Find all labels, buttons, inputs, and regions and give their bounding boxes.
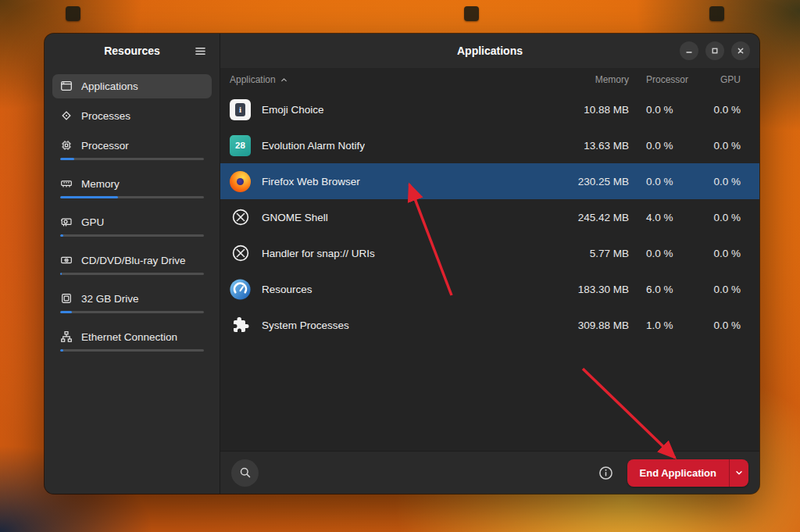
ethernet-icon <box>60 330 73 343</box>
app-name: System Processes <box>262 320 349 331</box>
sidebar-item-cd-dvd-drive[interactable]: CD/DVD/Blu-ray Drive <box>52 248 212 281</box>
sidebar-list: Applications Processes Processor <box>45 68 220 364</box>
sidebar-item-gpu[interactable]: GPU <box>52 210 212 243</box>
drive-usage-bar <box>60 311 204 313</box>
search-button[interactable] <box>231 459 259 487</box>
processor-value: 6.0 % <box>629 284 686 295</box>
gpu-value: 0.0 % <box>686 104 741 116</box>
memory-value: 5.77 MB <box>543 248 629 259</box>
emoji-choice-icon: i <box>230 99 251 120</box>
table-row-emoji-choice[interactable]: i Emoji Choice 10.88 MB 0.0 % 0.0 % <box>220 91 759 127</box>
system-processes-icon <box>230 315 251 336</box>
end-application-split-button: End Application <box>627 459 748 487</box>
desktop-icon[interactable] <box>464 6 479 21</box>
information-button[interactable] <box>593 459 620 486</box>
sidebar-item-memory[interactable]: Memory <box>52 172 212 205</box>
processor-usage-bar <box>60 158 204 160</box>
firefox-icon <box>230 171 251 192</box>
gpu-value: 0.0 % <box>686 212 741 223</box>
sidebar: Resources Applications Processes <box>45 34 220 494</box>
gpu-icon <box>60 216 73 228</box>
minimize-button[interactable] <box>680 41 698 60</box>
sidebar-title: Resources <box>104 45 160 57</box>
applications-list: i Emoji Choice 10.88 MB 0.0 % 0.0 % 28 E… <box>220 91 759 451</box>
maximize-icon <box>711 47 719 55</box>
sidebar-item-label: Ethernet Connection <box>81 331 177 343</box>
processes-icon <box>60 109 73 122</box>
end-application-button[interactable]: End Application <box>627 459 729 487</box>
header-bar: Applications <box>220 34 759 68</box>
gpu-value: 0.0 % <box>686 320 741 331</box>
app-name: Firefox Web Browser <box>262 176 360 187</box>
processor-icon <box>60 139 73 152</box>
memory-value: 10.88 MB <box>543 104 629 116</box>
evolution-alarm-icon: 28 <box>230 135 251 156</box>
sidebar-item-processor[interactable]: Processor <box>52 134 212 166</box>
ethernet-usage-bar <box>60 349 204 352</box>
table-row-snap-handler[interactable]: Handler for snap:// URIs 5.77 MB 0.0 % 0… <box>220 235 759 271</box>
chevron-down-icon <box>734 468 744 477</box>
table-row-firefox[interactable]: Firefox Web Browser 230.25 MB 0.0 % 0.0 … <box>220 163 759 199</box>
desktop-icon[interactable] <box>66 6 80 21</box>
resources-app-icon <box>230 279 251 300</box>
gpu-value: 0.0 % <box>686 248 741 259</box>
search-icon <box>239 466 252 479</box>
sidebar-item-processes[interactable]: Processes <box>52 104 212 128</box>
table-row-gnome-shell[interactable]: GNOME Shell 245.42 MB 4.0 % 0.0 % <box>220 199 759 235</box>
memory-value: 13.63 MB <box>543 140 629 152</box>
column-header-processor[interactable]: Processor <box>629 74 686 85</box>
minimize-icon <box>685 47 693 55</box>
processor-value: 1.0 % <box>629 320 686 331</box>
sidebar-item-label: CD/DVD/Blu-ray Drive <box>81 255 186 266</box>
desktop-icon[interactable] <box>709 6 724 21</box>
table-row-evolution-alarm[interactable]: 28 Evolution Alarm Notify 13.63 MB 0.0 %… <box>220 127 759 163</box>
sidebar-item-label: Processes <box>81 110 130 122</box>
sidebar-item-32gb-drive[interactable]: 32 GB Drive <box>52 287 212 320</box>
app-name: Emoji Choice <box>262 104 324 116</box>
sidebar-item-label: GPU <box>81 216 104 228</box>
resources-app-window: Resources Applications Processes <box>45 34 759 494</box>
memory-usage-bar <box>60 196 204 198</box>
sidebar-item-ethernet[interactable]: Ethernet Connection <box>52 325 212 358</box>
drive-icon <box>60 292 73 305</box>
sidebar-item-applications[interactable]: Applications <box>52 74 212 98</box>
column-header-memory[interactable]: Memory <box>543 74 629 85</box>
memory-value: 245.42 MB <box>543 212 629 223</box>
maximize-button[interactable] <box>705 41 724 60</box>
close-icon <box>737 47 745 55</box>
column-header-application[interactable]: Application <box>230 74 543 85</box>
applications-icon <box>60 80 73 92</box>
app-name: Resources <box>262 284 312 295</box>
column-header-gpu[interactable]: GPU <box>686 74 741 85</box>
memory-value: 183.30 MB <box>543 284 629 295</box>
memory-icon <box>60 177 73 190</box>
table-row-system-processes[interactable]: System Processes 309.88 MB 1.0 % 0.0 % <box>220 307 759 343</box>
action-bar: End Application <box>220 451 759 494</box>
gpu-usage-bar <box>60 234 204 237</box>
snap-handler-icon <box>230 243 251 264</box>
window-controls <box>680 41 750 60</box>
main-panel: Applications Application Memory Processo… <box>220 34 759 494</box>
processor-value: 0.0 % <box>629 104 686 116</box>
end-application-dropdown-button[interactable] <box>729 459 748 487</box>
hamburger-menu-button[interactable] <box>188 39 212 62</box>
close-button[interactable] <box>731 41 750 60</box>
sort-ascending-icon <box>280 76 288 84</box>
processor-value: 0.0 % <box>629 248 686 259</box>
sidebar-item-label: 32 GB Drive <box>81 293 139 305</box>
app-name: Handler for snap:// URIs <box>262 248 375 259</box>
app-name: GNOME Shell <box>262 212 328 223</box>
table-row-resources[interactable]: Resources 183.30 MB 6.0 % 0.0 % <box>220 271 759 307</box>
cd-drive-icon <box>60 254 73 266</box>
info-icon <box>598 466 613 480</box>
sidebar-item-label: Processor <box>81 140 129 152</box>
gnome-shell-icon <box>230 207 251 228</box>
sidebar-header: Resources <box>45 34 220 68</box>
processor-value: 0.0 % <box>629 176 686 187</box>
page-title: Applications <box>457 45 523 57</box>
processor-value: 0.0 % <box>629 140 686 152</box>
app-name: Evolution Alarm Notify <box>262 140 365 152</box>
memory-value: 230.25 MB <box>543 176 629 187</box>
gpu-value: 0.0 % <box>686 140 741 152</box>
sidebar-item-label: Memory <box>81 178 120 190</box>
